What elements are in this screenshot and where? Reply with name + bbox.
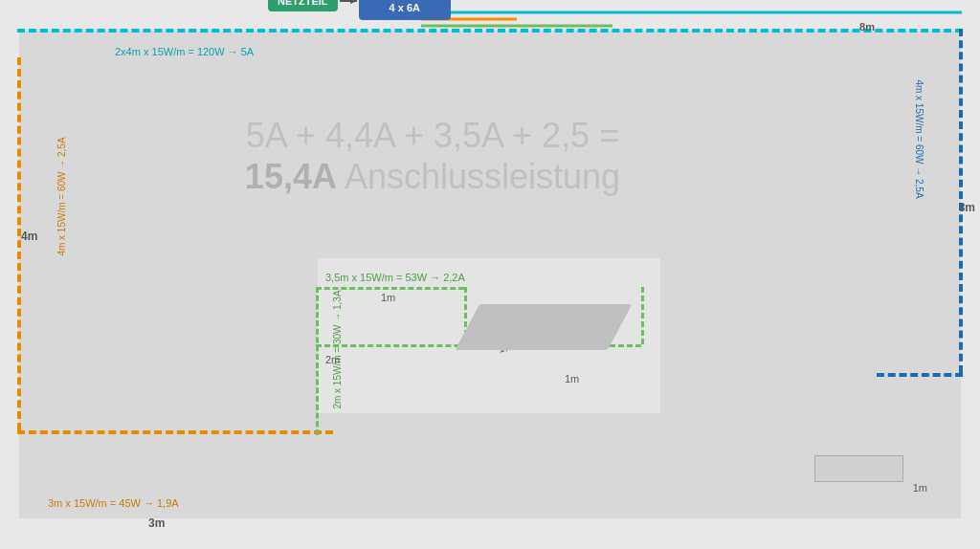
formula-line2: 15,4A Anschlussleistung [77, 156, 789, 197]
border-left-orange [17, 57, 21, 430]
right-separate-box [814, 455, 903, 482]
dim-3m-right: 3m [959, 201, 975, 214]
arrow-icon [340, 0, 357, 6]
dim-1m-small: 1m [913, 482, 927, 494]
formula-line1: 5A + 4,4A + 3,5A + 2,5 = [77, 115, 789, 156]
label-orange-bottom: 3m x 15W/m = 45W → 1,9A [48, 497, 179, 509]
dim-3m-bottom: 3m [148, 516, 165, 530]
header-boxes: NETZTEIL CONTROLLER 4 x 6A [268, 0, 451, 20]
border-green-left [316, 287, 319, 435]
netzteil-box: NETZTEIL [268, 0, 338, 11]
label-green-left: 2m x 15W/m = 30W → 1,3A [332, 290, 343, 408]
border-bottom-orange [17, 430, 333, 434]
label-orange-left: 4m x 15W/m = 60W → 2,5A [56, 137, 67, 255]
dim-1m-inner2: 1m [565, 373, 579, 384]
dim-2m-inner: 2m [325, 354, 340, 365]
wire-lines [421, 8, 967, 36]
orange-bottom-text: 3m x 15W/m = 45W → 1,9A [48, 497, 179, 509]
dim-1m-inner1: 1m [381, 292, 395, 303]
label-green-top: 3,5m x 15W/m = 53W → 2,2A [325, 272, 465, 283]
formula-display: 5A + 4,4A + 3,5A + 2,5 = 15,4A Anschluss… [77, 115, 789, 197]
label-cyan-top: 2x4m x 15W/m = 120W → 5A [115, 46, 254, 57]
border-green-right-end [641, 287, 644, 344]
label-blue-right: 4m x 15W/m = 60W → 2,5A [913, 79, 924, 198]
formula-suffix: Anschlussleistung [345, 157, 620, 196]
diagonal-strip [455, 304, 633, 350]
border-bottom-blue [877, 373, 963, 377]
formula-bold: 15,4A [245, 157, 337, 196]
controller-box: CONTROLLER 4 x 6A [359, 0, 451, 20]
dim-4m-left: 4m [21, 230, 37, 243]
svg-marker-1 [350, 0, 357, 4]
